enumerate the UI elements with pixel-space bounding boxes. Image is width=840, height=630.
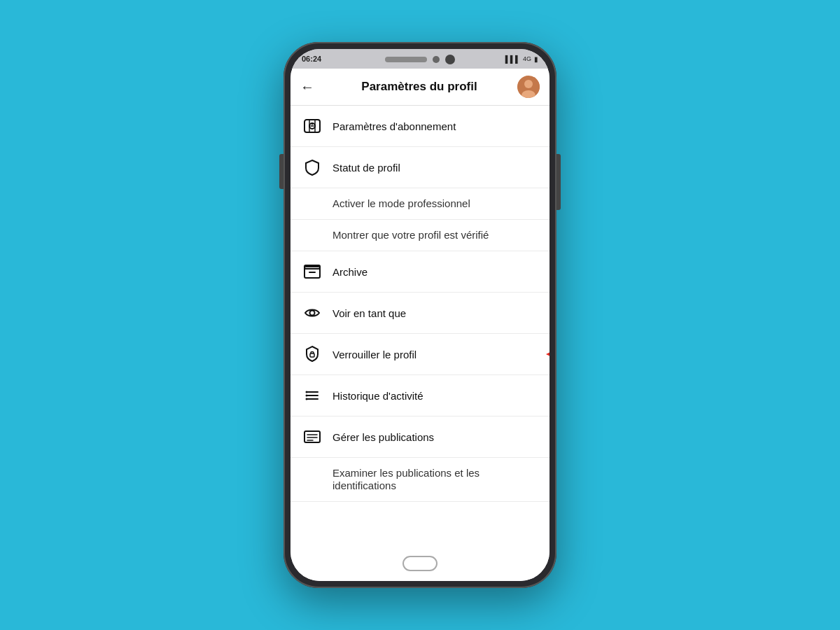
publications-icon	[302, 426, 323, 447]
svg-point-18	[306, 398, 308, 400]
menu-item-examiner[interactable]: Examiner les publications et les identif…	[290, 458, 550, 502]
volume-button	[279, 154, 284, 189]
svg-point-17	[306, 395, 308, 397]
status-icons: ▌▌▌ 4G ▮	[505, 55, 538, 63]
shield-icon	[302, 157, 323, 178]
status-time: 06:24	[302, 55, 321, 63]
menu-item-statut[interactable]: Statut de profil	[290, 147, 550, 188]
menu-item-archive[interactable]: Archive	[290, 251, 550, 293]
archive-icon	[302, 261, 323, 282]
phone-top-hardware	[385, 55, 455, 64]
avatar[interactable]	[517, 76, 540, 98]
menu-item-publications[interactable]: Gérer les publications	[290, 416, 550, 458]
menu-item-abonnement[interactable]: Paramètres d'abonnement	[290, 106, 550, 147]
menu-item-mode-pro[interactable]: Activer le mode professionnel	[290, 188, 550, 220]
svg-point-1	[524, 80, 533, 88]
abonnement-label: Paramètres d'abonnement	[332, 120, 456, 132]
lock-shield-icon	[302, 344, 323, 365]
power-button	[556, 154, 561, 210]
verrouiller-label: Verrouiller le profil	[332, 349, 416, 360]
home-button-area	[290, 549, 550, 581]
signal-icon: ▌▌▌	[505, 55, 520, 63]
svg-marker-12	[546, 340, 550, 368]
back-button[interactable]: ←	[300, 79, 314, 95]
phone-screen: 06:24 ▌▌▌ 4G ▮ ← Paramètres du profil	[290, 49, 550, 581]
examiner-label: Examiner les publications et les identif…	[332, 467, 479, 491]
publications-label: Gérer les publications	[332, 431, 434, 443]
list-icon	[302, 385, 323, 406]
archive-label: Archive	[332, 266, 368, 278]
menu-item-historique[interactable]: Historique d'activité	[290, 375, 550, 416]
subscription-icon	[302, 115, 323, 136]
profil-verifie-label: Montrer que votre profil est vérifié	[332, 229, 489, 241]
svg-point-16	[306, 391, 308, 393]
svg-rect-11	[310, 354, 314, 357]
mode-pro-label: Activer le mode professionnel	[332, 197, 470, 209]
speaker	[385, 57, 427, 62]
lte-icon: 4G	[523, 55, 531, 62]
menu-item-voir[interactable]: Voir en tant que	[290, 293, 550, 334]
menu-content: Paramètres d'abonnement Statut de profil…	[290, 106, 550, 549]
page-header: ← Paramètres du profil	[290, 69, 550, 106]
statut-label: Statut de profil	[332, 162, 400, 174]
dot	[433, 56, 440, 63]
historique-label: Historique d'activité	[332, 390, 424, 402]
red-arrow-annotation	[546, 337, 550, 372]
camera	[445, 55, 455, 64]
voir-label: Voir en tant que	[332, 307, 406, 319]
eye-icon	[302, 302, 323, 323]
menu-item-profil-verifie[interactable]: Montrer que votre profil est vérifié	[290, 220, 550, 251]
svg-point-10	[310, 311, 315, 316]
phone-device: 06:24 ▌▌▌ 4G ▮ ← Paramètres du profil	[284, 42, 556, 588]
menu-item-verrouiller[interactable]: Verrouiller le profil	[290, 334, 550, 375]
battery-icon: ▮	[534, 55, 538, 63]
page-title: Paramètres du profil	[321, 80, 517, 94]
home-button[interactable]	[402, 556, 438, 571]
